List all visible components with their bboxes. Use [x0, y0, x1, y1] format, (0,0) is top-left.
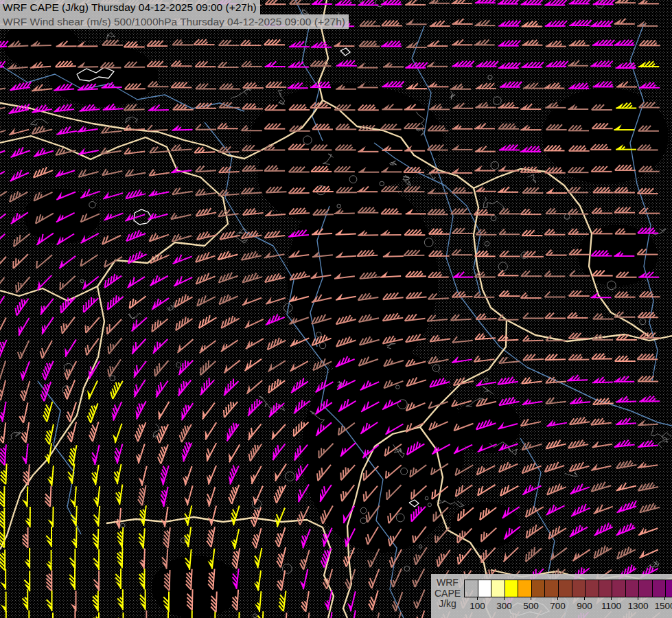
title-line-cape: WRF CAPE (J/kg) Thursday 04-12-2025 09:0…	[0, 0, 260, 14]
legend-color-cell	[572, 580, 586, 597]
title-overlay: WRF CAPE (J/kg) Thursday 04-12-2025 09:0…	[0, 0, 349, 29]
legend-color-cell	[491, 580, 505, 597]
legend-color-cell	[612, 580, 625, 597]
weather-map: WRF CAPE (J/kg) Thursday 04-12-2025 09:0…	[0, 0, 672, 618]
legend-color-cell	[544, 580, 558, 597]
legend-colorbar	[464, 580, 672, 597]
legend-color-cell	[638, 580, 652, 597]
legend-tick-label: 700	[543, 601, 573, 611]
legend-tick	[531, 597, 531, 600]
legend-tick	[638, 597, 638, 600]
title-line-shear: WRF Wind shear (m/s) 500/1000hPa Thursda…	[0, 14, 349, 29]
legend-color-cell	[652, 580, 666, 597]
legend-tick	[557, 597, 558, 600]
legend-color-cell	[599, 580, 612, 597]
legend-label-model: WRF	[433, 577, 462, 588]
legend-tick-label: 1100	[596, 601, 627, 611]
legend-panel: WRF CAPE J/kg 10030050070090011001300150…	[431, 574, 672, 618]
map-canvas	[0, 0, 672, 618]
legend-tick-label: 1500	[650, 601, 672, 611]
legend-label-units: J/kg	[433, 599, 462, 610]
legend-tick	[477, 597, 478, 600]
legend-tick	[504, 597, 505, 600]
legend-color-cell	[531, 580, 545, 597]
legend-color-cell	[505, 580, 518, 597]
legend-color-cell	[518, 580, 531, 597]
legend-color-cell	[665, 580, 672, 597]
legend-color-cell	[625, 580, 639, 597]
legend-tick	[584, 597, 585, 600]
legend-label-field: CAPE	[433, 588, 462, 599]
legend-tick-label: 100	[463, 601, 493, 611]
legend-color-cell	[465, 580, 478, 597]
legend-label: WRF CAPE J/kg	[433, 577, 462, 610]
legend-tick-label: 900	[570, 601, 600, 611]
legend-color-cell	[585, 580, 599, 597]
legend-tick-label: 500	[516, 601, 546, 611]
legend-tick	[611, 597, 612, 600]
legend-tick	[664, 597, 665, 600]
legend-color-cell	[558, 580, 572, 597]
legend-color-cell	[478, 580, 491, 597]
legend-tick-labels: 100300500700900110013001500	[464, 601, 672, 613]
legend-tick-label: 1300	[623, 601, 653, 611]
legend-tick-label: 300	[489, 601, 520, 611]
